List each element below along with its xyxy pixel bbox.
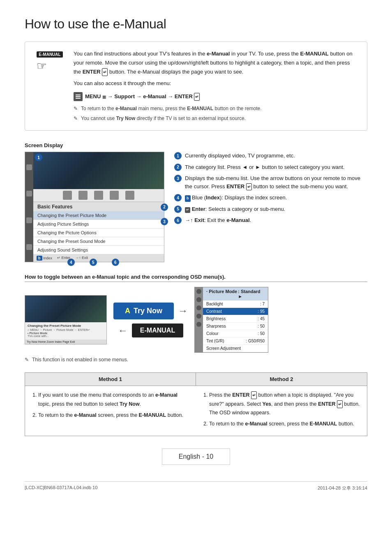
bottom-index: b Index (37, 256, 52, 261)
screen-display-section: Screen Display 1 (25, 142, 367, 262)
osd-label-backlight: Backlight (206, 302, 223, 306)
screen-top-area: 1 Basic Features Changing the Preset Pic… (25, 152, 164, 262)
osd-label-tint: Tint (G/R) (206, 339, 224, 343)
desc-item-4: 4 b Blue (Index): Displays the index scr… (174, 194, 367, 202)
osd-row-screen: Screen Adjustment (203, 345, 268, 352)
osd-row-tint: Tint (G/R) : G50/R50 (203, 337, 268, 345)
page-number: English - 10 (162, 448, 231, 465)
desc-item-6: 6 →↑ Exit: Exit the e-Manual. (174, 216, 367, 224)
desc-text-2: The category list. Press ◄ or ► button t… (185, 163, 344, 171)
osd-header-label: · Picture Mode (206, 289, 238, 299)
toggle-video-area (25, 296, 106, 322)
blue-btn: b (37, 256, 42, 261)
desc-num-4: 4 (174, 194, 182, 201)
intro-text: You can find instructions about your TV'… (74, 49, 359, 124)
screen-menu-area: Basic Features Changing the Preset Pictu… (33, 202, 164, 254)
note2: You cannot use Try Now directly if the T… (74, 114, 359, 122)
toggle-arrow-group: A Try Now → ← E-MANUAL (113, 303, 188, 337)
toggle-screen-small: Changing the Preset Picture Mode ○ MENU … (25, 295, 107, 344)
osd-label-screen: Screen Adjustment (206, 346, 241, 351)
cat-icon3 (94, 191, 103, 200)
tv-icon4 (26, 244, 32, 250)
enter-btn-icon: ↵ (185, 207, 190, 213)
toggle-content-text: ○ MENU → Picture → Picture Mode → ENTER↵… (28, 328, 104, 337)
tv-left-bar (25, 152, 33, 262)
try-now-a: A (125, 307, 130, 315)
toggle-title: How to toggle between an e-Manual topic … (25, 274, 367, 282)
method2-header: Method 2 (196, 373, 367, 386)
intro-box: E-MANUAL ☞ You can find instructions abo… (25, 42, 367, 131)
osd-outer: · Picture Mode : Standard ► Backlight : … (195, 287, 268, 352)
toggle-screen-bottom: Try Now Home Zoom Index Page Exit (25, 340, 106, 344)
screen-mockup: 1 Basic Features Changing the Preset Pic… (25, 152, 164, 262)
circle-3: 3 (161, 218, 168, 225)
desc-text-3: Displays the sub-menu list. Use the arro… (185, 174, 367, 190)
method2-step1: Press the ENTER ↵ button when a topic is… (209, 391, 360, 417)
circle-1: 1 (35, 154, 42, 161)
osd-icon3 (196, 305, 201, 310)
method1-step2: To return to the e-Manual screen, press … (38, 411, 189, 420)
desc-item-5: 5 ↵ Enter: Selects a category or sub-men… (174, 205, 367, 213)
toggle-section: How to toggle between an e-Manual topic … (25, 274, 367, 363)
intro-paragraph1: You can find instructions about your TV'… (74, 49, 359, 76)
circle-5: 5 (90, 259, 97, 266)
osd-icon5 (196, 322, 201, 327)
arrow-left-1: ← (118, 325, 128, 336)
blue-b-icon: b (185, 195, 191, 202)
osd-value-colour: : 50 (258, 331, 265, 336)
osd-value-sharpness: : 50 (258, 324, 265, 328)
footer-right: 2011-04-28 오후 3:16:14 (318, 485, 367, 491)
menu-item-2: Adjusting Picture Settings (33, 220, 164, 229)
method2-step2: To return to the e-Manual screen, press … (209, 420, 360, 428)
toggle-note: This function is not enabled in some men… (25, 357, 367, 363)
page-number-area: English - 10 (25, 448, 367, 465)
desc-text-5: ↵ Enter: Selects a category or sub-menu. (185, 205, 285, 213)
desc-num-5: 5 (174, 206, 182, 213)
methods-section: Method 1 Method 2 If you want to use the… (25, 372, 367, 436)
basic-features-header: Basic Features (33, 202, 164, 211)
method1-content: If you want to use the menu that corresp… (25, 386, 196, 436)
menu-item-3: Changing the Picture Options (33, 229, 164, 237)
osd-header-value: : Standard ► (238, 289, 265, 299)
menu-item-4: Changing the Preset Sound Mode (33, 237, 164, 246)
screen-bottom-bar: b Index ↵ Enter →↑ Exit (33, 254, 164, 262)
menu-navigation-line: MENU ▦ → Support → e-Manual → ENTER ↵ (74, 92, 359, 101)
try-now-label: Try Now (134, 307, 162, 315)
osd-row-brightness: Brightness : 45 (203, 315, 268, 323)
note1: To return to the e-Manual main menu, pre… (74, 104, 359, 113)
cat-icon1 (63, 191, 72, 200)
emanual-row: ← E-MANUAL (118, 323, 183, 337)
emanual-label: E-MANUAL (140, 327, 175, 334)
desc-num-3: 3 (174, 175, 182, 182)
desc-text-1: Currently displayed video, TV programme,… (185, 152, 295, 160)
emanual-icon-area: E-MANUAL ☞ (33, 51, 66, 73)
tv-icon3 (26, 217, 32, 223)
osd-header: · Picture Mode : Standard ► (203, 287, 268, 300)
osd-icon4 (196, 314, 201, 319)
osd-row-contrast: Contrast : 95 (203, 308, 268, 315)
toggle-content-title: Changing the Preset Picture Mode (28, 324, 104, 328)
bottom-exit: →↑ Exit (75, 256, 88, 261)
osd-row-backlight: Backlight : 7 (203, 300, 268, 308)
osd-value-backlight: : 7 (260, 302, 265, 306)
cat-icon5 (125, 191, 134, 200)
desc-item-3: 3 Displays the sub-menu list. Use the ar… (174, 174, 367, 190)
osd-panel: · Picture Mode : Standard ► Backlight : … (194, 287, 268, 353)
osd-left-bar (195, 287, 203, 352)
circle-6: 6 (112, 259, 119, 266)
osd-label-colour: Colour (206, 331, 218, 336)
emanual-button: E-MANUAL (132, 323, 183, 337)
osd-value-brightness: : 45 (258, 317, 265, 321)
desc-num-6: 6 (174, 217, 182, 224)
desc-item-2: 2 The category list. Press ◄ or ► button… (174, 163, 367, 171)
desc-item-1: 1 Currently displayed video, TV programm… (174, 152, 367, 160)
toggle-demo: Changing the Preset Picture Mode ○ MENU … (25, 287, 367, 353)
main-screen-area: 1 Basic Features Changing the Preset Pic… (33, 152, 164, 262)
menu-icon (74, 92, 83, 101)
osd-icon2 (196, 297, 201, 302)
try-now-row: A Try Now → (113, 303, 188, 319)
desc-num-2: 2 (174, 164, 182, 171)
intro-paragraph2: You can also access it through the menu: (74, 79, 359, 88)
osd-row-colour: Colour : 50 (203, 330, 268, 337)
osd-label-brightness: Brightness (206, 317, 226, 321)
